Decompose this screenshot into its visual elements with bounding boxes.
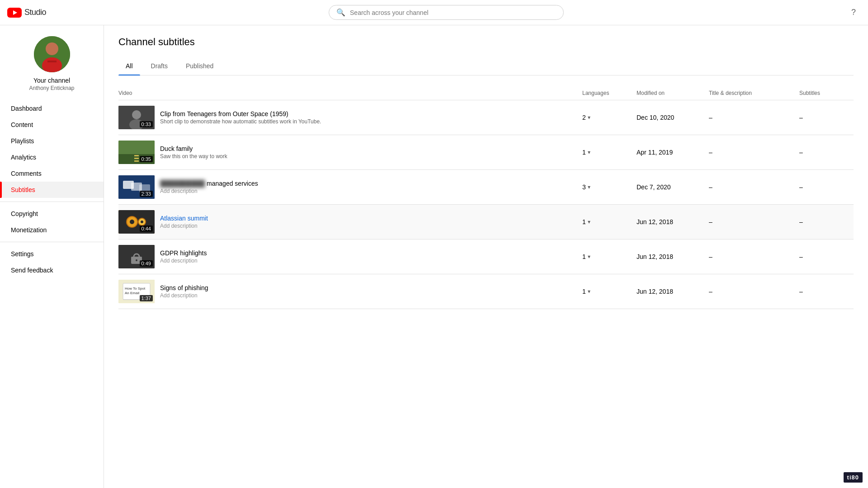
video-description: Saw this on the way to work bbox=[160, 153, 227, 160]
youtube-studio-logo[interactable]: Studio bbox=[7, 8, 46, 18]
video-title[interactable]: ██████████ managed services bbox=[160, 180, 258, 187]
nav-item-wrapper-settings: Settings bbox=[0, 246, 104, 262]
svg-point-22 bbox=[141, 221, 143, 223]
language-count: 2 bbox=[582, 114, 586, 121]
add-description-link[interactable]: Add description bbox=[160, 188, 258, 194]
video-thumbnail[interactable]: How To Spot An Email 1:37 bbox=[118, 280, 155, 303]
svg-text:An Email: An Email bbox=[125, 291, 139, 295]
add-description-link[interactable]: Add description bbox=[160, 223, 208, 229]
video-info: Clip from Teenagers from Outer Space (19… bbox=[160, 110, 321, 125]
languages-cell: 1 ▾ bbox=[582, 149, 637, 156]
sidebar-divider bbox=[0, 202, 104, 202]
avatar-image bbox=[34, 36, 70, 72]
sidebar-divider-2 bbox=[0, 242, 104, 242]
sidebar-item-settings[interactable]: Settings bbox=[0, 246, 104, 262]
svg-rect-13 bbox=[134, 160, 139, 162]
sidebar-item-copyright[interactable]: Copyright bbox=[0, 206, 104, 222]
video-description: Short clip to demonstrate how automatic … bbox=[160, 118, 321, 125]
sidebar: Your channel Anthony Enticknap Dashboard… bbox=[0, 25, 104, 488]
language-count: 1 bbox=[582, 218, 586, 225]
sidebar-item-send-feedback[interactable]: Send feedback bbox=[0, 262, 104, 278]
video-duration: 0:35 bbox=[140, 156, 153, 162]
video-thumbnail[interactable]: 0:35 bbox=[118, 141, 155, 164]
svg-point-3 bbox=[46, 42, 58, 55]
video-title[interactable]: Atlassian summit bbox=[160, 215, 208, 222]
sidebar-item-analytics[interactable]: Analytics bbox=[0, 149, 104, 165]
sidebar-item-dashboard[interactable]: Dashboard bbox=[0, 100, 104, 117]
modified-date: Apr 11, 2019 bbox=[637, 149, 709, 156]
language-count: 1 bbox=[582, 149, 586, 156]
chevron-down-icon[interactable]: ▾ bbox=[588, 184, 590, 190]
video-info: Atlassian summit Add description bbox=[160, 215, 208, 229]
video-cell: 0:44 Atlassian summit Add description bbox=[118, 210, 582, 234]
chevron-down-icon[interactable]: ▾ bbox=[588, 253, 590, 260]
video-thumbnail[interactable]: 0:44 bbox=[118, 210, 155, 234]
video-duration: 2:33 bbox=[140, 191, 153, 197]
title-desc-status: – bbox=[709, 149, 799, 156]
tab-published[interactable]: Published bbox=[179, 57, 221, 75]
search-input[interactable] bbox=[350, 9, 556, 16]
channel-handle: Anthony Enticknap bbox=[29, 85, 74, 91]
tab-drafts[interactable]: Drafts bbox=[144, 57, 175, 75]
video-duration: 0:44 bbox=[140, 225, 153, 232]
tab-all[interactable]: All bbox=[118, 57, 140, 75]
video-cell: How To Spot An Email 1:37 Signs of phish… bbox=[118, 280, 582, 303]
help-icon[interactable]: ? bbox=[846, 5, 861, 20]
sidebar-item-comments[interactable]: Comments bbox=[0, 165, 104, 182]
subtitles-status: – bbox=[799, 288, 854, 295]
add-description-link[interactable]: Add description bbox=[160, 258, 207, 264]
page-title: Channel subtitles bbox=[118, 36, 854, 48]
language-count: 1 bbox=[582, 288, 586, 295]
avatar-svg bbox=[34, 36, 70, 72]
add-description-link[interactable]: Add description bbox=[160, 292, 208, 299]
video-title[interactable]: Duck family bbox=[160, 145, 227, 152]
languages-cell: 1 ▾ bbox=[582, 218, 637, 225]
video-title[interactable]: GDPR highlights bbox=[160, 249, 207, 257]
avatar[interactable] bbox=[34, 36, 70, 72]
table-row: 0:35 Duck family Saw this on the way to … bbox=[118, 135, 854, 170]
video-thumbnail[interactable]: 0:33 bbox=[118, 106, 155, 129]
svg-point-25 bbox=[136, 259, 137, 261]
table-row: 0:33 Clip from Teenagers from Outer Spac… bbox=[118, 100, 854, 135]
video-cell: 0:33 Clip from Teenagers from Outer Spac… bbox=[118, 106, 582, 129]
video-thumbnail[interactable]: 0:49 bbox=[118, 245, 155, 268]
table-row: 0:44 Atlassian summit Add description 1 … bbox=[118, 205, 854, 239]
nav-item-wrapper-content: Content bbox=[0, 117, 104, 133]
subtitles-status: – bbox=[799, 183, 854, 191]
video-title[interactable]: Signs of phishing bbox=[160, 284, 208, 291]
search-bar[interactable]: 🔍 bbox=[329, 5, 564, 20]
languages-cell: 2 ▾ bbox=[582, 114, 637, 121]
video-cell: 2:33 ██████████ managed services Add des… bbox=[118, 175, 582, 199]
youtube-icon bbox=[7, 8, 22, 18]
chevron-down-icon[interactable]: ▾ bbox=[588, 114, 590, 121]
header-modified: Modified on bbox=[637, 90, 709, 96]
video-cell: 0:49 GDPR highlights Add description bbox=[118, 245, 582, 268]
video-title[interactable]: Clip from Teenagers from Outer Space (19… bbox=[160, 110, 321, 117]
topbar: Studio 🔍 ? bbox=[0, 0, 868, 25]
sidebar-item-subtitles[interactable]: Subtitles bbox=[0, 182, 104, 198]
video-thumbnail[interactable]: 2:33 bbox=[118, 175, 155, 199]
languages-cell: 1 ▾ bbox=[582, 253, 637, 260]
subtitles-status: – bbox=[799, 218, 854, 225]
sidebar-item-playlists[interactable]: Playlists bbox=[0, 133, 104, 149]
sidebar-item-monetization[interactable]: Monetization bbox=[0, 222, 104, 238]
title-desc-status: – bbox=[709, 253, 799, 260]
chevron-down-icon[interactable]: ▾ bbox=[588, 219, 590, 225]
channel-info: Your channel Anthony Enticknap bbox=[0, 25, 104, 99]
chevron-down-icon[interactable]: ▾ bbox=[588, 288, 590, 295]
table-row: How To Spot An Email 1:37 Signs of phish… bbox=[118, 274, 854, 309]
video-duration: 0:33 bbox=[140, 121, 153, 127]
nav-item-wrapper-copyright: Copyright bbox=[0, 206, 104, 222]
sidebar-item-content[interactable]: Content bbox=[0, 117, 104, 133]
studio-label: Studio bbox=[24, 8, 46, 17]
table-header: Video Languages Modified on Title & desc… bbox=[118, 86, 854, 100]
modified-date: Jun 12, 2018 bbox=[637, 288, 709, 295]
nav-item-wrapper-dashboard: Dashboard bbox=[0, 100, 104, 117]
svg-point-20 bbox=[130, 220, 134, 224]
main-content: Channel subtitles All Drafts Published V… bbox=[104, 25, 868, 488]
chevron-down-icon[interactable]: ▾ bbox=[588, 149, 590, 155]
title-desc-status: – bbox=[709, 288, 799, 295]
topbar-left: Studio bbox=[7, 8, 46, 18]
video-duration: 1:37 bbox=[140, 295, 153, 301]
main-layout: Your channel Anthony Enticknap Dashboard… bbox=[0, 25, 868, 488]
